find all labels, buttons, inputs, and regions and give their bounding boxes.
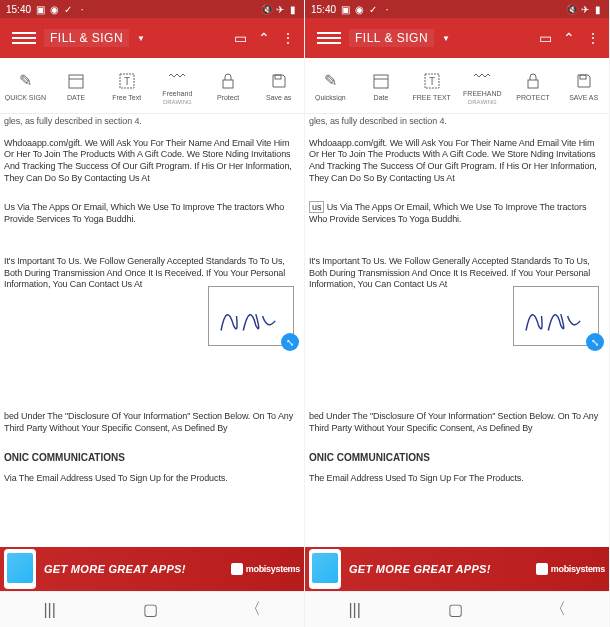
recents-button[interactable]: ||| <box>43 601 55 619</box>
more-icon[interactable]: ⋮ <box>276 30 300 46</box>
save-as-button[interactable]: Save as <box>253 58 304 113</box>
ad-text: GET MORE GREAT APPS! <box>44 563 231 575</box>
protect-button[interactable]: PROTECT <box>508 58 559 113</box>
doc-text: The Email Address Used To Sign Up For Th… <box>309 473 605 485</box>
sync-icon: ◉ <box>354 4 364 14</box>
svg-rect-6 <box>374 75 388 88</box>
signature-box[interactable]: ⤡ <box>208 286 294 346</box>
status-bar: 15:40 ▣ ◉ ✓ · 🔇 ✈ ▮ <box>0 0 304 18</box>
ad-text: GET MORE GREAT APPS! <box>349 563 536 575</box>
save-icon <box>270 70 288 92</box>
bookmark-icon[interactable]: ▭ <box>533 30 557 46</box>
resize-handle[interactable]: ⤡ <box>586 333 604 351</box>
airplane-icon: ✈ <box>580 4 590 14</box>
text-icon: T <box>118 70 136 92</box>
doc-text: gles, as fully described in section 4. <box>4 116 300 128</box>
save-icon <box>575 70 593 92</box>
section-heading: ONIC COMMUNICATIONS <box>309 452 605 463</box>
bookmark-icon[interactable]: ▭ <box>228 30 252 46</box>
collapse-icon[interactable]: ⌃ <box>252 30 276 46</box>
ad-banner[interactable]: GET MORE GREAT APPS! mobisystems <box>305 547 609 591</box>
doc-text: Via The Email Address Used To Sign Up fo… <box>4 473 300 485</box>
chevron-down-icon[interactable]: ▼ <box>137 34 145 43</box>
date-button[interactable]: DATE <box>51 58 102 113</box>
ad-phone-image <box>309 549 341 589</box>
menu-button[interactable] <box>12 32 36 44</box>
battery-icon: ▮ <box>593 4 603 14</box>
lock-icon <box>219 70 237 92</box>
svg-text:T: T <box>124 76 130 87</box>
freehand-icon: 〰 <box>169 66 185 88</box>
left-pane: 15:40 ▣ ◉ ✓ · 🔇 ✈ ▮ FILL & SIGN ▼ ▭ ⌃ ⋮ <box>0 0 305 627</box>
mode-selector[interactable]: FILL & SIGN <box>349 29 434 47</box>
mute-icon: 🔇 <box>567 4 577 14</box>
free-text-button[interactable]: T FREE TEXT <box>406 58 457 113</box>
section-heading: ONIC COMMUNICATIONS <box>4 452 300 463</box>
document-area[interactable]: gles, as fully described in section 4. W… <box>0 114 304 574</box>
calendar-icon <box>372 70 390 92</box>
android-nav-bar: ||| ▢ 〈 <box>0 591 304 627</box>
sync-icon: ◉ <box>49 4 59 14</box>
signature-box[interactable]: ⤡ <box>513 286 599 346</box>
menu-button[interactable] <box>317 32 341 44</box>
svg-rect-10 <box>528 80 538 88</box>
sign-icon: ✎ <box>324 70 337 92</box>
calendar-icon <box>67 70 85 92</box>
ad-banner[interactable]: GET MORE GREAT APPS! mobisystems <box>0 547 304 591</box>
status-time: 15:40 <box>311 4 336 15</box>
app-bar: FILL & SIGN ▼ ▭ ⌃ ⋮ <box>0 18 304 58</box>
free-text-button[interactable]: T Free Text <box>101 58 152 113</box>
doc-text: bed Under The "Disclosure Of Your Inform… <box>309 411 605 434</box>
image-icon: ▣ <box>35 4 45 14</box>
doc-text: gles, as fully described in section 4. <box>309 116 605 128</box>
dot-icon: · <box>77 4 87 14</box>
image-icon: ▣ <box>340 4 350 14</box>
ad-phone-image <box>4 549 36 589</box>
status-bar: 15:40 ▣ ◉ ✓ · 🔇 ✈ ▮ <box>305 0 609 18</box>
freehand-button[interactable]: 〰 FREEHAND DRAWING <box>457 58 508 113</box>
quick-sign-button[interactable]: ✎ Quicksign <box>305 58 356 113</box>
home-button[interactable]: ▢ <box>448 600 463 619</box>
doc-text: us Us Via The Apps Or Email, Which We Us… <box>309 202 605 225</box>
lock-icon <box>524 70 542 92</box>
android-nav-bar: ||| ▢ 〈 <box>305 591 609 627</box>
date-button[interactable]: Date <box>356 58 407 113</box>
svg-rect-5 <box>275 75 281 79</box>
quick-sign-button[interactable]: ✎ QUICK SIGN <box>0 58 51 113</box>
home-button[interactable]: ▢ <box>143 600 158 619</box>
status-time: 15:40 <box>6 4 31 15</box>
dot-icon: · <box>382 4 392 14</box>
collapse-icon[interactable]: ⌃ <box>557 30 581 46</box>
save-as-button[interactable]: SAVE AS <box>558 58 609 113</box>
svg-rect-0 <box>69 75 83 88</box>
doc-text: Whdoaapp.com/gift. We Will Ask You For T… <box>4 138 300 185</box>
sign-icon: ✎ <box>19 70 32 92</box>
resize-handle[interactable]: ⤡ <box>281 333 299 351</box>
airplane-icon: ✈ <box>275 4 285 14</box>
right-pane: 15:40 ▣ ◉ ✓ · 🔇 ✈ ▮ FILL & SIGN ▼ ▭ ⌃ ⋮ <box>305 0 610 627</box>
mode-selector[interactable]: FILL & SIGN <box>44 29 129 47</box>
recents-button[interactable]: ||| <box>348 601 360 619</box>
svg-text:T: T <box>429 76 435 87</box>
back-button[interactable]: 〈 <box>550 599 566 620</box>
back-button[interactable]: 〈 <box>245 599 261 620</box>
ad-brand-logo: mobisystems <box>231 563 300 575</box>
document-area[interactable]: gles, as fully described in section 4. W… <box>305 114 609 574</box>
toolbar: ✎ Quicksign Date T FREE TEXT 〰 FREEHAND … <box>305 58 609 114</box>
freehand-button[interactable]: 〰 Freehand DRAWING <box>152 58 203 113</box>
battery-icon: ▮ <box>288 4 298 14</box>
protect-button[interactable]: Protect <box>203 58 254 113</box>
svg-rect-4 <box>223 80 233 88</box>
more-icon[interactable]: ⋮ <box>581 30 605 46</box>
toolbar: ✎ QUICK SIGN DATE T Free Text 〰 Freehand… <box>0 58 304 114</box>
chevron-down-icon[interactable]: ▼ <box>442 34 450 43</box>
check-icon: ✓ <box>368 4 378 14</box>
app-bar: FILL & SIGN ▼ ▭ ⌃ ⋮ <box>305 18 609 58</box>
doc-text: Whdoaapp.com/gift. We Will Ask You For T… <box>309 138 605 185</box>
ad-brand-logo: mobisystems <box>536 563 605 575</box>
mute-icon: 🔇 <box>262 4 272 14</box>
freehand-icon: 〰 <box>474 66 490 88</box>
svg-rect-11 <box>580 75 586 79</box>
check-icon: ✓ <box>63 4 73 14</box>
text-icon: T <box>423 70 441 92</box>
